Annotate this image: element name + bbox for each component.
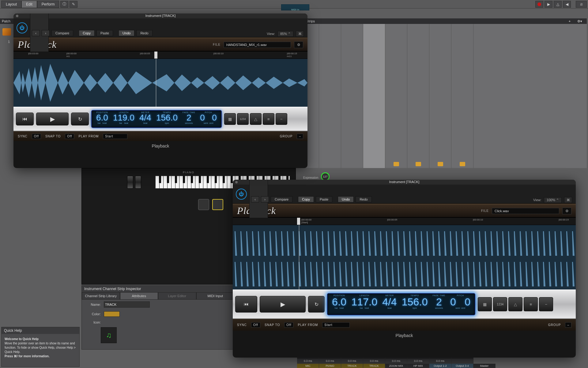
mode-button[interactable]: ≡	[524, 297, 538, 311]
play-button[interactable]: ▶	[545, 1, 552, 8]
redo-button[interactable]: Redo	[356, 196, 371, 202]
mode-button[interactable]: △	[250, 113, 262, 125]
lcd-display[interactable]: POSITION6.0bar beat LENGTH119.0bar beat …	[91, 110, 222, 128]
folder-icon[interactable]	[416, 162, 421, 166]
link-icon[interactable]: ⌘	[564, 197, 572, 203]
patch-icon[interactable]	[2, 28, 11, 36]
file-field[interactable]: HANDSTAND_MIX_r1.wav	[224, 42, 291, 48]
time-ruler[interactable]: |00:03:00|00:00:00m1|00:00:05|00:00:10|0…	[13, 52, 307, 59]
plugin-titlebar[interactable]: Instrument [TRACK]	[233, 180, 576, 185]
copy-button[interactable]: Copy	[79, 30, 95, 36]
copy-button[interactable]: Copy	[298, 196, 314, 202]
cycle-button[interactable]: ↻	[71, 113, 89, 125]
group-select[interactable]: –	[297, 134, 303, 139]
playhead-line[interactable]	[299, 225, 299, 289]
plugin-titlebar[interactable]: Instrument [TRACK]	[13, 13, 307, 18]
strips-gear-icon[interactable]: ⚙︎▾	[575, 19, 584, 23]
record-button[interactable]	[535, 1, 543, 8]
mode-button[interactable]: ▦	[478, 297, 492, 311]
rtz-button[interactable]: ⏮	[235, 296, 257, 312]
playhead[interactable]	[297, 218, 300, 225]
device-slot[interactable]	[212, 199, 223, 210]
paste-button[interactable]: Paste	[316, 196, 332, 202]
link-icon[interactable]: ⌘	[296, 31, 304, 37]
view-zoom[interactable]: 100% ⌃	[544, 197, 562, 203]
mode-button[interactable]: ≡	[263, 113, 274, 125]
playfrom-select[interactable]: Start	[322, 322, 350, 328]
mode-button[interactable]: −	[276, 113, 287, 125]
power-icon[interactable]: ⏻	[17, 22, 28, 33]
strip-name[interactable]: MIC	[297, 364, 319, 368]
device-slot[interactable]	[198, 199, 209, 210]
pitch-wheel[interactable]	[127, 176, 133, 189]
snap-select[interactable]: Off	[65, 134, 74, 139]
playfrom-select[interactable]: Start	[103, 134, 127, 139]
play-button[interactable]: ▶	[36, 113, 69, 125]
color-swatch[interactable]	[104, 311, 120, 317]
snap-select[interactable]: Off	[284, 322, 293, 328]
mode-button[interactable]: 1234	[237, 113, 249, 125]
strip-name[interactable]: Output 3-4	[451, 364, 473, 368]
paste-button[interactable]: Paste	[96, 30, 113, 36]
mixer-toggle-icon[interactable]: ⎚	[576, 1, 587, 8]
waveform-pane[interactable]	[233, 225, 576, 289]
strip-name[interactable]: TRACK	[363, 364, 385, 368]
file-gear-icon[interactable]: ⚙︎	[562, 208, 571, 214]
tab-attributes[interactable]: Attributes	[120, 292, 158, 300]
cycle-button[interactable]: ↻	[308, 296, 325, 312]
tab-library[interactable]: Channel Strip Library	[82, 292, 120, 300]
strip-name[interactable]: Master	[473, 364, 496, 368]
mode-button[interactable]: 1234	[493, 297, 507, 311]
file-gear-icon[interactable]: ⚙︎	[294, 41, 303, 48]
strip-name[interactable]: TRACK	[341, 364, 363, 368]
tuner-icon[interactable]: ◀	[563, 1, 571, 8]
folder-icon[interactable]	[394, 162, 399, 166]
next-preset-button[interactable]: ›	[42, 30, 50, 36]
playhead[interactable]	[154, 52, 157, 59]
info-icon[interactable]: ⓘ	[60, 1, 68, 8]
folder-icon[interactable]	[438, 162, 443, 166]
group-select[interactable]: –	[565, 322, 571, 328]
compare-button[interactable]: Compare	[51, 30, 73, 36]
mode-button[interactable]: ▦	[224, 113, 236, 125]
strip-name[interactable]: PIANO	[319, 364, 341, 368]
strip-name[interactable]: ZOOM MIX	[385, 364, 407, 368]
strip-name[interactable]: Output 1-2	[429, 364, 451, 368]
prev-preset-button[interactable]: ‹	[251, 196, 259, 202]
pencil-icon[interactable]: ✎	[70, 1, 77, 8]
next-preset-button[interactable]: ›	[261, 196, 269, 202]
playhead-line[interactable]	[156, 59, 156, 107]
play-button[interactable]: ▶	[260, 296, 306, 312]
lcd-display[interactable]: POSITION6.0bar beat LENGTH117.0bar beat …	[327, 293, 475, 315]
sync-select[interactable]: Off	[251, 322, 260, 328]
midi-input-tab[interactable]: MIDI In	[281, 4, 309, 10]
undo-button[interactable]: Undo	[119, 30, 134, 36]
tab-midi-input[interactable]: MIDI Input	[196, 292, 235, 300]
icon-well[interactable]: ♫	[101, 327, 117, 343]
mod-wheel[interactable]	[135, 176, 141, 189]
strip-name[interactable]: HP MIX	[407, 364, 429, 368]
close-icon[interactable]	[235, 181, 238, 183]
metronome-icon[interactable]: △	[554, 1, 562, 8]
compare-button[interactable]: Compare	[271, 196, 292, 202]
tab-edit[interactable]: Edit	[21, 1, 37, 8]
mode-button[interactable]: −	[539, 297, 553, 311]
waveform-pane[interactable]	[13, 59, 307, 107]
file-field[interactable]: Click.wav	[492, 208, 559, 214]
close-icon[interactable]	[16, 15, 18, 17]
prev-preset-button[interactable]: ‹	[32, 30, 40, 36]
name-field[interactable]	[104, 301, 150, 308]
rtz-button[interactable]: ⏮	[16, 113, 34, 125]
folder-icon[interactable]	[460, 162, 465, 166]
mode-button[interactable]: △	[508, 297, 522, 311]
power-icon[interactable]: ⏻	[236, 189, 247, 200]
sync-select[interactable]: Off	[32, 134, 41, 139]
redo-button[interactable]: Redo	[136, 30, 152, 36]
tab-layer-editor[interactable]: Layer Editor	[158, 292, 196, 300]
time-ruler[interactable]: |00:00:00[Start]|00:00:05|00:00:10|00:00…	[233, 218, 576, 225]
add-strip-button[interactable]: +	[566, 19, 573, 23]
tab-layout[interactable]: Layout	[1, 1, 21, 8]
tab-perform[interactable]: Perform	[37, 1, 59, 8]
view-zoom[interactable]: 85% ⌃	[277, 31, 293, 37]
undo-button[interactable]: Undo	[338, 196, 354, 202]
